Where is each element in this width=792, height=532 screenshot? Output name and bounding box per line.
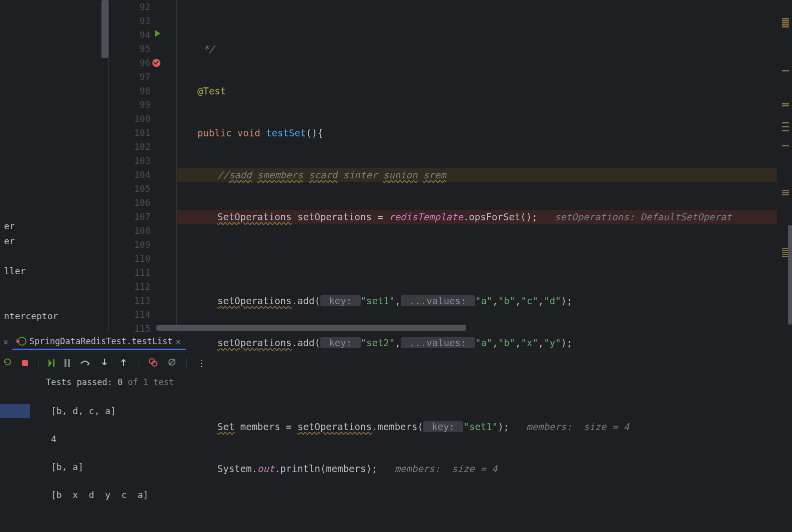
test-config-icon: [17, 337, 26, 346]
code-token: srem: [423, 169, 446, 180]
line-number: 113: [109, 294, 150, 308]
console-line: [b x d y c a]: [51, 488, 792, 502]
line-number: 109: [109, 238, 150, 252]
code-token: (){: [306, 127, 323, 138]
line-number: 106: [109, 196, 150, 210]
code-token: sinter: [337, 169, 383, 180]
error-stripe[interactable]: [777, 0, 792, 332]
line-number: 95: [109, 42, 150, 56]
line-number: 107: [109, 210, 150, 224]
code-token: .add(: [292, 295, 320, 306]
editor-horizontal-scrollbar[interactable]: [156, 325, 466, 331]
editor-vertical-scrollbar[interactable]: [788, 225, 792, 325]
code-token: @Test: [177, 85, 226, 96]
code-token: */: [177, 43, 214, 54]
code-token: public void: [177, 127, 266, 138]
line-number: 108: [109, 224, 150, 238]
sidebar-item[interactable]: er: [0, 234, 62, 249]
code-token: "set1": [361, 295, 395, 306]
param-hint: ...values:: [401, 295, 475, 306]
console-selection: [0, 404, 30, 418]
sidebar-item[interactable]: [0, 279, 62, 309]
code-token: [303, 169, 309, 180]
line-number: 97: [109, 70, 150, 84]
step-over-icon[interactable]: [80, 358, 90, 369]
pause-icon[interactable]: [64, 359, 70, 367]
line-number: 110: [109, 252, 150, 266]
tests-total-label: of 1 test: [123, 377, 174, 387]
line-number: 112: [109, 280, 150, 294]
line-number: 114: [109, 308, 150, 322]
line-number: 96: [109, 56, 150, 70]
code-content[interactable]: */ @Test public void testSet(){ //sadd s…: [156, 0, 777, 332]
run-tab[interactable]: SpringDataRedisTest.testList ×: [12, 334, 186, 350]
indent-guide: [176, 0, 177, 332]
line-gutter: 92 93 94 95 96 97 98 99 100 101 102 103 …: [109, 0, 156, 332]
inline-hint: setOperations: DefaultSetOperat: [555, 211, 732, 222]
console-line: [b, d, c, a]: [51, 404, 792, 418]
separator: [38, 358, 38, 368]
line-number: 92: [109, 0, 150, 14]
resume-icon[interactable]: [48, 359, 54, 367]
console-line: [b, a]: [51, 460, 792, 474]
code-editor[interactable]: 92 93 94 95 96 97 98 99 100 101 102 103 …: [109, 0, 792, 332]
code-token: "a": [475, 295, 492, 306]
line-number: 103: [109, 154, 150, 168]
line-number: 93: [109, 14, 150, 28]
tests-passed-label: Tests passed: 0: [46, 377, 123, 387]
line-number: 94: [109, 28, 150, 42]
sidebar-scrollbar[interactable]: [101, 0, 108, 58]
code-token: sadd: [229, 169, 252, 180]
line-number: 111: [109, 266, 150, 280]
code-token: setOperations: [217, 295, 292, 306]
sidebar-item[interactable]: nterceptor: [0, 309, 62, 324]
line-number: 104: [109, 168, 150, 182]
project-sidebar[interactable]: er er ller nterceptor: [0, 0, 109, 332]
code-token: setOperations =: [292, 211, 389, 222]
code-token: [252, 169, 257, 180]
close-icon[interactable]: ×: [3, 337, 8, 347]
line-number: 98: [109, 84, 150, 98]
step-into-icon[interactable]: [100, 358, 109, 369]
code-token: redisTemplate: [389, 211, 463, 222]
line-number: 115: [109, 322, 150, 336]
line-number: 102: [109, 140, 150, 154]
console-output[interactable]: [b, d, c, a] 4 [b, a] [b x d y c a]: [0, 390, 792, 530]
line-number: 100: [109, 112, 150, 126]
tab-label: SpringDataRedisTest.testList: [29, 336, 173, 346]
sidebar-item[interactable]: [0, 249, 62, 264]
console-line: 4: [51, 432, 792, 446]
code-token: scard: [309, 169, 337, 180]
line-number: 105: [109, 182, 150, 196]
step-out-icon[interactable]: [119, 358, 128, 369]
code-token: .opsForSet();: [463, 211, 538, 222]
code-token: testSet: [266, 127, 306, 138]
code-token: SetOperations: [217, 211, 292, 222]
code-token: smembers: [257, 169, 303, 180]
param-hint: key:: [320, 295, 361, 306]
code-token: sunion: [383, 169, 418, 180]
rerun-icon[interactable]: [3, 358, 12, 369]
sidebar-item[interactable]: ller: [0, 264, 62, 279]
code-token: setOperations: [217, 337, 292, 348]
sidebar-item[interactable]: er: [0, 219, 62, 234]
line-number: 101: [109, 126, 150, 140]
code-token: //: [217, 169, 229, 180]
sidebar-items-partial: er er ller nterceptor: [0, 219, 62, 324]
code-token: [417, 169, 423, 180]
line-number: 99: [109, 98, 150, 112]
stop-icon[interactable]: [22, 360, 28, 366]
separator: [138, 358, 138, 368]
view-breakpoints-icon[interactable]: [148, 358, 157, 369]
mute-breakpoints-icon[interactable]: [167, 358, 176, 369]
